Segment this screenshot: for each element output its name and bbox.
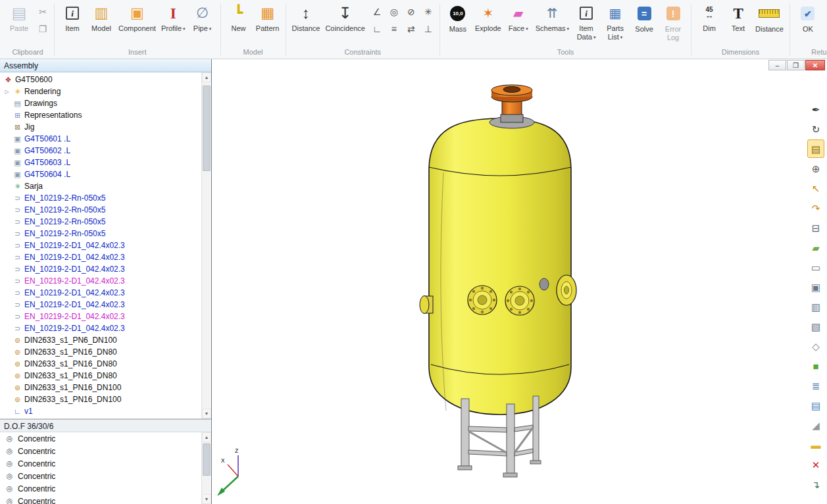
tree-item[interactable]: ⊃EN_10219-2-Rn-050x5 bbox=[0, 192, 201, 204]
tree-item[interactable]: ⊚DIN2633_s1_PN16_DN80 bbox=[0, 370, 201, 382]
pin-button[interactable]: ✒ bbox=[807, 100, 824, 118]
mass-button[interactable]: 10,0Mass bbox=[443, 1, 472, 45]
tree-item[interactable]: ⊃EN_10219-2-D1_042.4x02.3 bbox=[0, 311, 201, 322]
tree-item[interactable]: ▣G4T50601 .L bbox=[0, 133, 201, 145]
explode-button[interactable]: ✶Explode bbox=[472, 1, 504, 45]
shaded-cube-button[interactable]: ■ bbox=[807, 357, 824, 375]
iso-cube-button[interactable]: ◇ bbox=[807, 337, 824, 355]
scrollbar-track[interactable] bbox=[202, 82, 211, 409]
tree-item[interactable]: ❖G4T50600 bbox=[0, 74, 201, 86]
tree-item[interactable]: ▣G4T50604 .L bbox=[0, 168, 201, 180]
measure-ruler-button[interactable]: ▤ bbox=[807, 139, 824, 158]
tree-item[interactable]: ⊞Representations bbox=[0, 109, 201, 121]
face-button[interactable]: ▰Face▾ bbox=[504, 1, 533, 45]
rotate-arrow-button[interactable]: ↷ bbox=[807, 199, 824, 217]
exit-button[interactable]: ✕Exit bbox=[822, 1, 827, 45]
constraint-item[interactable]: ◎Concentric bbox=[0, 482, 201, 495]
symmetry-constraint-button[interactable]: ✳ bbox=[420, 4, 436, 20]
tree-item[interactable]: ⊚DIN2633_s1_PN16_DN100 bbox=[0, 382, 201, 393]
tree-item[interactable]: ⊃EN_10219-2-D1_042.4x02.3 bbox=[0, 287, 201, 299]
item-button[interactable]: iItem bbox=[58, 1, 87, 45]
tree-item[interactable]: ⊃EN_10219-2-D1_042.4x02.3 bbox=[0, 263, 201, 275]
rotate-view-button[interactable]: ↻ bbox=[807, 120, 824, 138]
perpendicular-constraint-button[interactable]: ∟ bbox=[369, 21, 385, 37]
delete-button[interactable]: ✕ bbox=[807, 455, 824, 474]
expander-icon[interactable]: ▷ bbox=[3, 89, 11, 95]
constraint-item[interactable]: ◎Concentric bbox=[0, 495, 201, 504]
tree-item[interactable]: ⊃EN_10219-2-D1_042.4x02.3 bbox=[0, 239, 201, 251]
ok-button[interactable]: ✔OK bbox=[793, 1, 822, 45]
layers-button[interactable]: ▤ bbox=[807, 396, 824, 415]
angle-constraint-button[interactable]: ∠ bbox=[369, 4, 385, 20]
tree-item[interactable]: ▣G4T50603 .L bbox=[0, 157, 201, 168]
tree-item[interactable]: ⊚DIN2633_s1_PN6_DN100 bbox=[0, 334, 201, 346]
tree-item[interactable]: ⊚DIN2633_s1_PN16_DN80 bbox=[0, 358, 201, 370]
corner-box-button[interactable]: ▧ bbox=[807, 317, 824, 336]
distance-dimension-button[interactable]: Distance bbox=[753, 1, 786, 45]
distance-constraint-button[interactable]: ↕Distance bbox=[289, 1, 323, 45]
copy-button[interactable]: ❐ bbox=[35, 21, 51, 37]
model-button[interactable]: ▥Model bbox=[87, 1, 116, 45]
select-arrow-button[interactable]: ↖ bbox=[807, 179, 824, 197]
text-button[interactable]: TText bbox=[724, 1, 753, 45]
scrollbar-thumb[interactable] bbox=[203, 86, 211, 171]
concentric-constraint-button[interactable]: ◎ bbox=[386, 4, 402, 20]
grid-button[interactable]: ▥ bbox=[807, 297, 824, 316]
scroll-up-button[interactable]: ▲ bbox=[202, 432, 211, 442]
pattern-button[interactable]: ▦Pattern bbox=[253, 1, 282, 45]
pipe-button[interactable]: ∅Pipe▾ bbox=[188, 1, 217, 45]
item-data-button[interactable]: iItem Data▾ bbox=[572, 1, 601, 45]
tree-item[interactable]: ✳Sarja bbox=[0, 180, 201, 192]
window-minimize-button[interactable]: – bbox=[768, 60, 786, 70]
error-log-button[interactable]: !Error Log bbox=[659, 1, 688, 45]
constraint-item[interactable]: ◎Concentric bbox=[0, 470, 201, 482]
schemas-button[interactable]: ⇈Schemas▾ bbox=[533, 1, 572, 45]
list-lines-button[interactable]: ≣ bbox=[807, 376, 824, 395]
section-button[interactable]: ⊟ bbox=[807, 218, 824, 237]
swap-constraint-button[interactable]: ⇄ bbox=[403, 21, 419, 37]
tree-item[interactable]: ⊃EN_10219-2-D1_042.4x02.3 bbox=[0, 322, 201, 334]
constraint-item[interactable]: ◎Concentric bbox=[0, 445, 201, 457]
tree-item[interactable]: ⊃EN_10219-2-D1_042.4x02.3 bbox=[0, 299, 201, 311]
paste-button[interactable]: ▤Paste bbox=[5, 1, 34, 45]
scrollbar-thumb[interactable] bbox=[203, 443, 211, 476]
window-restore-button[interactable]: ❐ bbox=[787, 60, 805, 70]
tree-item[interactable]: ⊃EN_10219-2-Rn-050x5 bbox=[0, 228, 201, 239]
tree-item[interactable]: ⊃EN_10219-2-Rn-050x5 bbox=[0, 204, 201, 216]
tree-item[interactable]: ⊃EN_10219-2-Rn-050x5 bbox=[0, 216, 201, 228]
plane-button[interactable]: ▰ bbox=[807, 238, 824, 257]
constraint-item[interactable]: ◎Concentric bbox=[0, 432, 201, 445]
export-button[interactable]: ↴ bbox=[807, 475, 824, 493]
scrollbar-track[interactable] bbox=[202, 442, 211, 494]
profile-button[interactable]: IProfile▾ bbox=[159, 1, 188, 45]
tree-item[interactable]: ⊚DIN2633_s1_PN16_DN80 bbox=[0, 346, 201, 358]
window-close-button[interactable]: ✕ bbox=[805, 60, 825, 70]
window-button[interactable]: ▣ bbox=[807, 278, 824, 296]
tree-scrollbar[interactable]: ▲ ▼ bbox=[201, 72, 211, 418]
tree-item[interactable]: ⊚DIN2633_s1_PN16_DN100 bbox=[0, 393, 201, 405]
scroll-down-button[interactable]: ▼ bbox=[202, 494, 211, 504]
hatch-button[interactable]: ◢ bbox=[807, 416, 824, 434]
dim-button[interactable]: 45↔Dim bbox=[695, 1, 724, 45]
tree-item[interactable]: ▣G4T50602 .L bbox=[0, 145, 201, 157]
new-button[interactable]: ┗New bbox=[224, 1, 253, 45]
tree-item[interactable]: ⊃EN_10219-2-D1_042.4x02.3 bbox=[0, 275, 201, 287]
constraint-scrollbar[interactable]: ▲ ▼ bbox=[201, 432, 211, 504]
coincidence-button[interactable]: ↧Coincidence bbox=[322, 1, 368, 45]
scroll-down-button[interactable]: ▼ bbox=[202, 409, 211, 418]
parts-list-button[interactable]: ▦Parts List▾ bbox=[601, 1, 630, 45]
cut-button[interactable]: ✂ bbox=[35, 4, 51, 20]
constraint-item[interactable]: ◎Concentric bbox=[0, 457, 201, 470]
solve-button[interactable]: =Solve bbox=[630, 1, 659, 45]
3d-viewport[interactable]: z x – ❐ ✕ ✒↻▤⊕↖↷⊟▰▭▣▥▧◇■≣▤◢▬✕↴ bbox=[212, 59, 827, 504]
tree-item[interactable]: ⊃EN_10219-2-D1_042.4x02.3 bbox=[0, 251, 201, 263]
fix-constraint-button[interactable]: ⊥ bbox=[420, 21, 436, 37]
tree-item[interactable]: ▤Drawings bbox=[0, 97, 201, 109]
frame-button[interactable]: ▭ bbox=[807, 258, 824, 276]
component-button[interactable]: ▣Component bbox=[116, 1, 159, 45]
drawer-button[interactable]: ▬ bbox=[807, 436, 824, 454]
parallel-constraint-button[interactable]: ≡ bbox=[386, 21, 402, 37]
tree-item[interactable]: ▷✳Rendering bbox=[0, 86, 201, 97]
tree-item[interactable]: ⊠Jig bbox=[0, 121, 201, 133]
scroll-up-button[interactable]: ▲ bbox=[202, 72, 211, 82]
